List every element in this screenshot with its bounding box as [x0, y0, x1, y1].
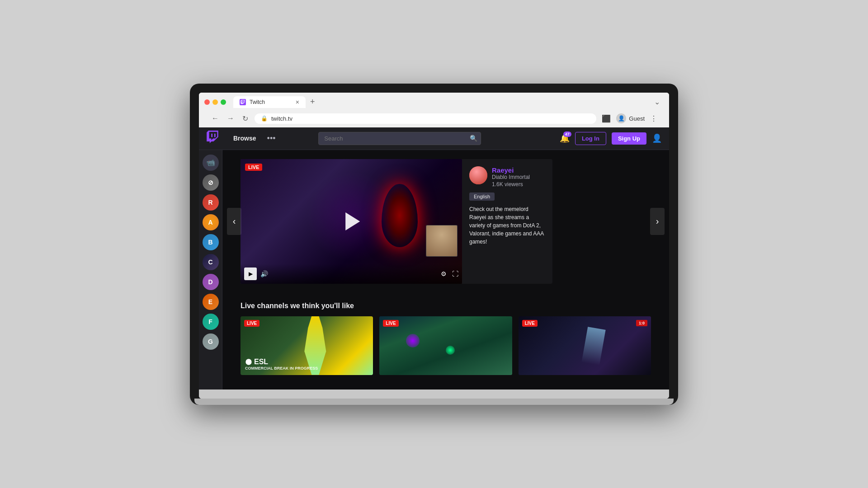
sidebar-item-9[interactable]: G	[203, 333, 219, 350]
sidebar-item-1[interactable]: ⊘	[203, 174, 219, 191]
laptop-frame: Twitch × + ⌄ ← → ↻ 🔒 twitch.tv ⬛	[190, 84, 678, 405]
browser-tab-twitch[interactable]: Twitch ×	[233, 96, 306, 108]
address-lock-icon: 🔒	[261, 115, 268, 122]
browser-forward-button[interactable]: →	[225, 113, 236, 123]
live-channels-section: Live channels we think you'll like	[222, 293, 669, 384]
window-close-button[interactable]	[204, 99, 210, 105]
language-badge: English	[469, 192, 495, 201]
webcam-overlay	[426, 225, 458, 257]
address-text: twitch.tv	[271, 115, 292, 122]
login-button[interactable]: Log In	[575, 132, 606, 145]
twitch-navbar: Browse ••• 🔍 🔔 47 Log In Sign Up 👤	[199, 127, 669, 150]
new-tab-button[interactable]: +	[307, 96, 318, 108]
play-pause-button[interactable]: ▶	[244, 267, 257, 280]
esl-break-text: COMMERCIAL BREAK IN PROGRESS	[245, 366, 368, 371]
stream-info-panel: Raeyei Diablo Immortal 1.6K viewers Engl…	[462, 159, 552, 284]
tab-title: Twitch	[250, 99, 292, 105]
game-name[interactable]: Diablo Immortal	[492, 174, 530, 180]
nav-browse-button[interactable]: Browse	[230, 133, 260, 144]
nav-more-button[interactable]: •••	[267, 134, 276, 143]
sidebar-item-3[interactable]: A	[203, 214, 219, 230]
twitch-logo[interactable]	[206, 131, 219, 146]
sidebar-item-7[interactable]: E	[203, 294, 219, 310]
dota-live-badge: LIVE	[383, 320, 398, 327]
signup-button[interactable]: Sign Up	[612, 132, 646, 145]
esl-live-badge: LIVE	[244, 320, 259, 327]
esl-thumbnail-bg: ESL COMMERCIAL BREAK IN PROGRESS	[241, 316, 373, 375]
play-triangle-icon	[345, 212, 360, 230]
browser-refresh-button[interactable]: ↻	[241, 113, 250, 124]
video-settings-button[interactable]: ⚙	[441, 270, 447, 277]
dark-thumbnail-bg: 1:0	[519, 316, 651, 375]
twitch-body: 📹 ⊘ R A B C D E F G ‹	[199, 150, 669, 389]
notification-badge: 47	[563, 131, 571, 137]
browser-addressbar: ← → ↻ 🔒 twitch.tv ⬛ 👤 Guest ⋮	[204, 111, 664, 127]
window-controls	[204, 99, 226, 105]
guest-area: 👤 Guest	[616, 113, 645, 123]
sidebar-item-5[interactable]: C	[203, 254, 219, 270]
volume-button[interactable]: 🔊	[260, 270, 268, 277]
dark-live-badge: LIVE	[522, 320, 538, 327]
stream-description: Check out the memelord Raeyei as she str…	[469, 205, 545, 246]
browser-chrome: Twitch × + ⌄ ← → ↻ 🔒 twitch.tv ⬛	[199, 93, 669, 127]
sidebar-video-icon[interactable]: 📹	[203, 155, 219, 171]
browser-menu-button[interactable]: ⋮	[649, 113, 658, 124]
sidebar-item-8[interactable]: F	[203, 314, 219, 330]
streamer-header: Raeyei Diablo Immortal 1.6K viewers	[469, 166, 545, 188]
tab-dropdown-button[interactable]: ⌄	[654, 98, 664, 106]
channel-card-dota[interactable]: LIVE	[379, 316, 512, 375]
carousel-prev-button[interactable]: ‹	[227, 208, 241, 235]
main-content: ‹	[222, 150, 669, 389]
nav-search-container: 🔍	[318, 132, 481, 145]
streamer-avatar	[469, 166, 487, 184]
user-menu-button[interactable]: 👤	[652, 133, 662, 143]
channel-thumbnail-dota: LIVE	[379, 316, 512, 375]
nav-right-area: 🔔 47 Log In Sign Up 👤	[560, 132, 662, 145]
video-player: LIVE ▶ 🔊 ⚙ ⛶	[241, 159, 462, 284]
window-maximize-button[interactable]	[221, 99, 226, 105]
dota-hero-2	[446, 346, 455, 355]
channels-grid: ESL COMMERCIAL BREAK IN PROGRESS LIVE	[241, 316, 651, 375]
browser-titlebar: Twitch × + ⌄	[204, 96, 664, 108]
fullscreen-button[interactable]: ⛶	[452, 270, 458, 277]
twitch-app: Browse ••• 🔍 🔔 47 Log In Sign Up 👤	[199, 127, 669, 389]
sidebar-item-2[interactable]: R	[203, 194, 219, 211]
viewer-count: 1.6K viewers	[492, 181, 530, 188]
sidebar: 📹 ⊘ R A B C D E F G	[199, 150, 222, 389]
channel-thumbnail-esl: ESL COMMERCIAL BREAK IN PROGRESS LIVE	[241, 316, 373, 375]
dota-bg	[379, 316, 512, 375]
dark-score-badge: 1:0	[636, 320, 647, 326]
video-live-badge: LIVE	[245, 164, 262, 171]
laptop-bottom-bezel	[199, 389, 669, 399]
live-channels-title: Live channels we think you'll like	[241, 302, 651, 310]
browser-back-button[interactable]: ←	[210, 113, 221, 123]
tab-bar: Twitch × +	[233, 96, 318, 108]
esl-org-name: ESL	[254, 358, 268, 366]
search-icon-button[interactable]: 🔍	[470, 135, 477, 142]
channel-card-dark[interactable]: 1:0 LIVE	[519, 316, 651, 375]
search-input[interactable]	[318, 132, 481, 145]
tab-close-button[interactable]: ×	[296, 99, 299, 105]
address-field[interactable]: 🔒 twitch.tv	[255, 113, 596, 124]
dota-thumbnail-bg	[379, 316, 512, 375]
laptop-base	[194, 399, 674, 405]
tab-favicon	[240, 99, 246, 105]
video-controls: ▶ 🔊 ⚙ ⛶	[241, 264, 462, 284]
guest-label: Guest	[629, 115, 645, 122]
channel-card-esl[interactable]: ESL COMMERCIAL BREAK IN PROGRESS LIVE	[241, 316, 373, 375]
notifications-button[interactable]: 🔔 47	[560, 133, 570, 143]
browser-actions: ⬛ 👤 Guest ⋮	[601, 113, 658, 124]
laptop-screen: Twitch × + ⌄ ← → ↻ 🔒 twitch.tv ⬛	[199, 93, 669, 399]
svg-point-0	[245, 359, 251, 365]
dota-hero-1	[406, 334, 420, 347]
streamer-name[interactable]: Raeyei	[492, 166, 530, 174]
channel-thumbnail-dark: 1:0 LIVE	[519, 316, 651, 375]
guest-avatar-icon: 👤	[616, 113, 626, 123]
browser-extensions-button[interactable]: ⬛	[601, 113, 612, 124]
featured-section: ‹	[222, 150, 669, 293]
carousel-next-button[interactable]: ›	[650, 208, 665, 235]
streamer-info: Raeyei Diablo Immortal 1.6K viewers	[492, 166, 530, 188]
sidebar-item-4[interactable]: B	[203, 234, 219, 250]
sidebar-item-6[interactable]: D	[203, 274, 219, 290]
window-minimize-button[interactable]	[212, 99, 218, 105]
